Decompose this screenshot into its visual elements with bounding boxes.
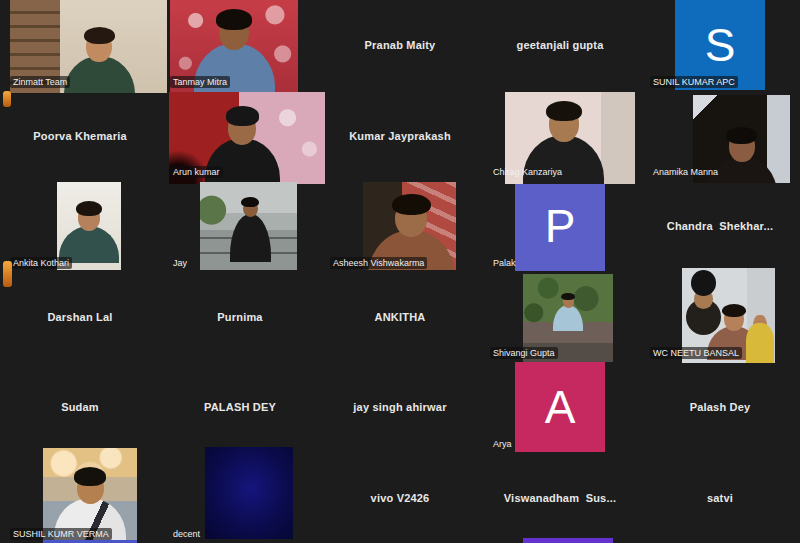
- participant-tile-ankitha[interactable]: ANKITHA: [320, 272, 480, 363]
- orange-indicator: [3, 91, 11, 107]
- participant-tile-shivangi[interactable]: Shivangi Gupta: [480, 272, 640, 363]
- participant-tile-viswanadham[interactable]: Viswanadham Sus...: [480, 453, 640, 543]
- participant-name: PALASH DEY: [204, 401, 276, 413]
- participant-tile-chandra[interactable]: Chandra Shekhar...: [640, 181, 800, 272]
- participant-tile-zinmatt[interactable]: Zinmatt Team: [0, 0, 160, 91]
- participant-tile-sunil[interactable]: SSUNIL KUMAR APC: [640, 0, 800, 91]
- participant-name: geetanjali gupta: [517, 39, 604, 51]
- participant-name: Shivangi Gupta: [490, 347, 558, 359]
- participant-tile-poorva[interactable]: Poorva Khemaria: [0, 91, 160, 182]
- participant-tile-neetu[interactable]: WC NEETU BANSAL: [640, 272, 800, 363]
- participant-tile-arun[interactable]: Arun kumar: [160, 91, 320, 182]
- person-torso: [553, 305, 583, 331]
- participant-name: Arya: [490, 438, 515, 450]
- participant-name: Darshan Lal: [47, 311, 112, 323]
- participant-tile-palashdey[interactable]: PALASH DEY: [160, 362, 320, 453]
- person-head: [729, 131, 755, 162]
- participant-video: [200, 182, 297, 270]
- participant-name: vivo V2426: [371, 492, 430, 504]
- participant-name: Pranab Maity: [365, 39, 436, 51]
- participant-name: SUSHIL KUMR VERMA: [10, 528, 112, 540]
- participant-tile-darshan[interactable]: Darshan Lal: [0, 272, 160, 363]
- participant-name: Sudam: [61, 401, 99, 413]
- avatar-letter: P: [545, 203, 576, 249]
- participant-tile-satvi[interactable]: satvi: [640, 453, 800, 543]
- orange-indicator: [3, 261, 12, 287]
- participant-name: SUNIL KUMAR APC: [650, 76, 738, 88]
- person-head: [228, 112, 256, 145]
- participant-name: Kumar Jayprakash: [349, 130, 451, 142]
- participant-name: ANKITHA: [375, 311, 426, 323]
- participant-name: WC NEETU BANSAL: [650, 347, 742, 359]
- partial-next-row-tile: [523, 538, 613, 543]
- participant-name: jay singh ahirwar: [353, 401, 446, 413]
- participant-name: decent: [170, 528, 203, 540]
- participant-tile-tanmay[interactable]: Tanmay Mitra: [160, 0, 320, 91]
- person-head: [243, 200, 258, 218]
- palak-avatar: P: [515, 181, 605, 271]
- participant-tile-pranab[interactable]: Pranab Maity: [320, 0, 480, 91]
- participant-name: Palash Dey: [690, 401, 751, 413]
- person-head: [77, 472, 104, 504]
- participant-tile-jay[interactable]: Jay: [160, 181, 320, 272]
- person-head: [219, 15, 249, 50]
- participant-name: Poorva Khemaria: [33, 130, 126, 142]
- participant-tile-chirag[interactable]: Chirag Kanzariya: [480, 91, 640, 182]
- participant-tile-anamika[interactable]: Anamika Manna: [640, 91, 800, 182]
- participant-tile-jaysingh[interactable]: jay singh ahirwar: [320, 362, 480, 453]
- participant-name: Anamika Manna: [650, 166, 721, 178]
- participant-name: satvi: [707, 492, 733, 504]
- participant-tile-palak[interactable]: PPalak: [480, 181, 640, 272]
- participant-name: Asheesh Vishwakarma: [330, 257, 427, 269]
- participant-name: Ankita Kothari: [10, 257, 72, 269]
- participant-tile-vivo[interactable]: vivo V2426: [320, 453, 480, 543]
- participant-tile-decent[interactable]: decent: [160, 453, 320, 543]
- participant-name: Purnima: [217, 311, 262, 323]
- participant-name: Chirag Kanzariya: [490, 166, 565, 178]
- participant-name: Palak: [490, 257, 519, 269]
- participant-name: Tanmay Mitra: [170, 76, 230, 88]
- avatar-letter: A: [545, 384, 576, 430]
- meeting-gallery: Zinmatt TeamTanmay MitraPranab Maitygeet…: [0, 0, 800, 543]
- person-head: [724, 307, 744, 331]
- participant-tile-sushil[interactable]: SUSHIL KUMR VERMA: [0, 453, 160, 543]
- arya-avatar: A: [515, 362, 605, 452]
- participant-tile-purnima[interactable]: Purnima: [160, 272, 320, 363]
- participant-tile-palash2[interactable]: Palash Dey: [640, 362, 800, 453]
- person-head: [549, 106, 579, 141]
- participant-name: Arun kumar: [170, 166, 223, 178]
- participant-video: [205, 447, 293, 539]
- person-head: [78, 205, 100, 231]
- person-torso: [230, 214, 271, 262]
- participant-name: Viswanadham Sus...: [504, 492, 616, 504]
- participant-tile-kumarj[interactable]: Kumar Jayprakash: [320, 91, 480, 182]
- participant-tile-asheesh[interactable]: Asheesh Vishwakarma: [320, 181, 480, 272]
- avatar-letter: S: [705, 22, 736, 68]
- participant-name: Chandra Shekhar...: [667, 220, 774, 232]
- participant-tile-ankita[interactable]: Ankita Kothari: [0, 181, 160, 272]
- person-head: [563, 295, 574, 308]
- participant-tile-arya[interactable]: AArya: [480, 362, 640, 453]
- participant-name: Zinmatt Team: [10, 76, 70, 88]
- participant-name: Jay: [170, 257, 190, 269]
- participant-tile-geetanjali[interactable]: geetanjali gupta: [480, 0, 640, 91]
- participant-tile-sudam[interactable]: Sudam: [0, 362, 160, 453]
